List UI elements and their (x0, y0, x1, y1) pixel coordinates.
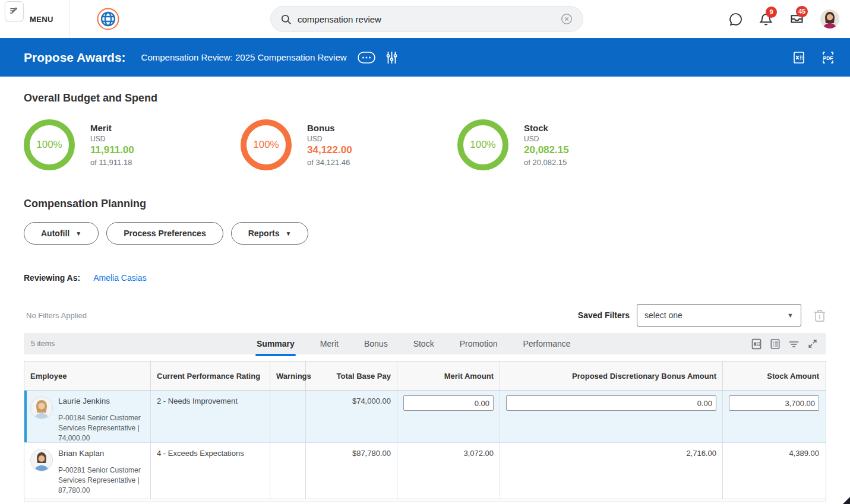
bonus-amount-cell: 2,716.00 (500, 443, 723, 499)
bonus-label: Bonus (307, 123, 352, 133)
bonus-of-total: of 34,121.46 (307, 158, 352, 167)
reviewing-as-link[interactable]: Amelia Casias (93, 273, 146, 283)
ellipsis-actions-icon (358, 52, 375, 64)
tab-bonus[interactable]: Bonus (363, 334, 389, 354)
grid-export-excel-button[interactable] (750, 337, 763, 351)
tab-merit[interactable]: Merit (319, 334, 340, 354)
budget-card-stock: 100% Stock USD 20,082.15 of 20,082.15 (457, 119, 674, 170)
column-header-base-pay[interactable]: Total Base Pay (306, 362, 397, 390)
employee-name: Laurie Jenkins (58, 397, 143, 405)
expand-button[interactable] (806, 337, 819, 350)
bonus-amount-input[interactable] (506, 395, 716, 411)
merit-percent: 100% (36, 139, 62, 151)
autofill-button[interactable]: Autofill ▼ (24, 222, 99, 245)
clear-search-icon[interactable] (560, 12, 573, 26)
bonus-donut-chart: 100% (241, 119, 292, 170)
filter-icon (788, 338, 800, 350)
page-title: Propose Awards: (24, 50, 126, 65)
budget-card-bonus: 100% Bonus USD 34,122.00 of 34,121.46 (241, 119, 457, 170)
employee-avatar (30, 397, 53, 419)
planning-section-title: Compensation Planning (24, 198, 826, 210)
employee-position: P-00281 Senior Customer Services Represe… (58, 465, 143, 496)
filter-button[interactable] (787, 337, 801, 351)
employee-position: P-00184 Senior Customer Services Represe… (58, 413, 143, 443)
budget-section-title: Overall Budget and Spend (24, 92, 826, 104)
export-excel-button[interactable] (792, 50, 806, 65)
table-header-row: Employee Current Performance Rating Warn… (24, 362, 826, 391)
search-icon (280, 14, 292, 25)
budget-cards: 100% Merit USD 11,911.00 of 11,911.18 10… (24, 119, 826, 170)
grid-toolbar: 5 items Summary Merit Bonus Stock Promot… (24, 333, 826, 354)
process-preferences-button-label: Process Preferences (124, 229, 206, 238)
compose-icon (9, 6, 20, 17)
tab-performance[interactable]: Performance (522, 334, 571, 354)
stock-amount-input[interactable] (729, 395, 819, 411)
pdf-export-icon: PDF (820, 50, 836, 65)
search-input[interactable] (298, 14, 560, 24)
budget-card-merit: 100% Merit USD 11,911.00 of 11,911.18 (24, 119, 241, 170)
base-pay-cell: $74,000.00 (306, 391, 397, 443)
stock-donut-chart: 100% (457, 119, 508, 170)
warnings-cell (270, 391, 306, 443)
partial-next-row (24, 499, 826, 502)
svg-text:PDF: PDF (823, 55, 833, 61)
merit-of-total: of 11,911.18 (90, 158, 134, 167)
compose-button[interactable] (5, 1, 24, 21)
tab-promotion[interactable]: Promotion (459, 334, 499, 354)
table-row: Laurie Jenkins P-00184 Senior Customer S… (24, 391, 826, 442)
column-header-stock[interactable]: Stock Amount (723, 362, 825, 390)
page-subtitle: Compensation Review: 2025 Compensation R… (141, 52, 347, 62)
related-actions-button[interactable] (358, 52, 375, 64)
column-header-employee[interactable]: Employee (24, 362, 151, 390)
chat-button[interactable] (728, 12, 743, 27)
column-header-rating[interactable]: Current Performance Rating (151, 362, 270, 390)
process-preferences-button[interactable]: Process Preferences (106, 222, 223, 245)
column-header-warnings[interactable]: Warnings (270, 362, 306, 390)
column-header-bonus[interactable]: Proposed Discretionary Bonus Amount (500, 362, 723, 390)
expand-icon (807, 338, 819, 350)
search-bar[interactable] (270, 6, 583, 32)
delete-filter-button[interactable] (813, 308, 826, 322)
stock-currency: USD (524, 135, 569, 143)
stock-amount-cell: 4,389.00 (723, 443, 825, 499)
stock-label: Stock (524, 123, 569, 133)
bonus-spent: 34,122.00 (307, 144, 352, 156)
notifications-button[interactable]: 9 (759, 12, 773, 27)
compensation-table: Employee Current Performance Rating Warn… (24, 361, 826, 502)
tab-stock[interactable]: Stock (412, 334, 435, 354)
no-filters-label: No Filters Applied (24, 311, 87, 320)
stock-of-total: of 20,082.15 (524, 158, 569, 167)
chevron-down-icon: ▼ (75, 230, 81, 237)
reviewing-as-label: Reviewing As: (24, 273, 80, 283)
reports-button[interactable]: Reports ▼ (231, 222, 309, 245)
bonus-currency: USD (307, 135, 352, 143)
saved-filters-select[interactable]: select one ▼ (637, 304, 801, 327)
column-header-merit[interactable]: Merit Amount (397, 362, 500, 390)
saved-filters-value: select one (644, 310, 682, 320)
configure-button[interactable] (386, 51, 397, 64)
profile-avatar[interactable] (820, 9, 839, 28)
grid-tabs: Summary Merit Bonus Stock Promotion Perf… (255, 334, 572, 354)
excel-export-icon (750, 338, 763, 350)
top-bar: MENU (0, 0, 850, 38)
tab-summary[interactable]: Summary (255, 334, 296, 354)
employee-avatar (30, 449, 53, 471)
merit-label: Merit (90, 123, 134, 133)
grid-view-icon (769, 338, 781, 350)
configure-icon (386, 51, 397, 64)
grid-view-button[interactable] (769, 337, 782, 351)
chat-icon (728, 12, 743, 27)
base-pay-cell: $87,780.00 (306, 443, 397, 499)
chevron-down-icon: ▼ (787, 312, 794, 319)
excel-export-icon (792, 50, 806, 65)
export-pdf-button[interactable]: PDF (820, 50, 836, 65)
rating-cell: 2 - Needs Improvement (151, 391, 270, 443)
topbar-divider (69, 0, 69, 38)
menu-button[interactable]: MENU (30, 15, 53, 24)
inbox-button[interactable]: 45 (789, 11, 805, 27)
merit-amount-input[interactable] (403, 395, 494, 411)
merit-donut-chart: 100% (24, 119, 75, 170)
globe-logo[interactable] (97, 8, 119, 30)
inbox-badge: 45 (796, 6, 808, 17)
stock-spent: 20,082.15 (524, 144, 569, 156)
